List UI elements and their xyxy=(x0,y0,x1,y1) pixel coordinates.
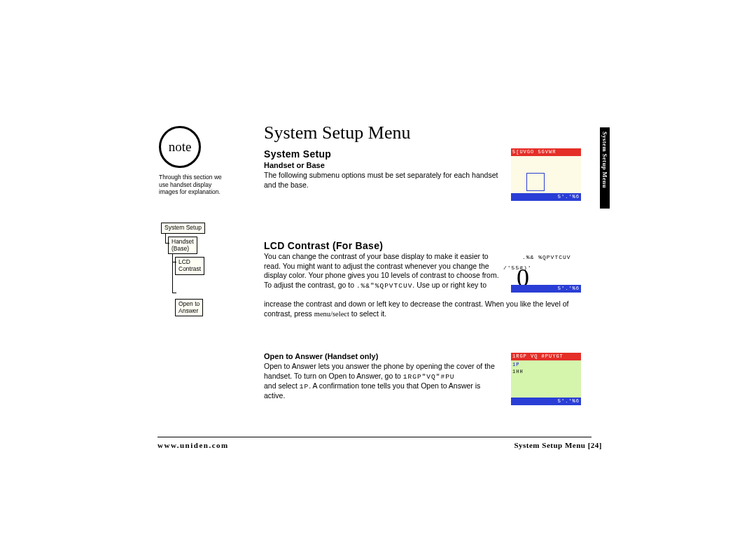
screen-header: 1RGP VQ #PUYGT xyxy=(511,353,581,360)
paragraph-lcd-contrast-b: increase the contrast and down or left k… xyxy=(264,300,589,318)
heading-open-to-answer: Open to Answer (Handset only) xyxy=(264,352,378,360)
code-run: 1RGP"VQ"#PU xyxy=(403,373,455,381)
tree-label: Answer xyxy=(178,307,198,314)
code-run: 1P xyxy=(300,383,309,391)
key-label: menu/select xyxy=(314,310,349,318)
tree-node-lcd-contrast: LCD Contrast xyxy=(175,257,204,275)
footer-url: www.uniden.com xyxy=(158,441,229,449)
heading-lcd-contrast: LCD Contrast (For Base) xyxy=(264,240,383,251)
menu-tree: System Setup Handset (Base) LCD Contrast… xyxy=(161,223,238,319)
text-run: to select it. xyxy=(349,309,386,318)
text-run: and select xyxy=(264,381,300,390)
tree-label: Contrast xyxy=(178,265,201,272)
screen-lcd-contrast: 5'.'%6 xyxy=(511,252,581,293)
paragraph-handset-base: The following submenu options must be se… xyxy=(264,171,502,190)
tree-label: (Base) xyxy=(172,245,189,252)
tree-node-system-setup: System Setup xyxy=(161,223,205,234)
screen-system-setup: 5[UVGO 5GVWR 5'.'%6 xyxy=(511,148,581,201)
screen-option-off: 1HH xyxy=(512,369,524,374)
note-icon: note xyxy=(159,126,201,168)
tree-label: Open to xyxy=(178,300,200,307)
paragraph-open-to-answer: Open to Answer lets you answer the phone… xyxy=(264,362,502,401)
code-run: .%&"%QPVTCUV xyxy=(356,282,412,290)
screen-footer: 5'.'%6 xyxy=(511,398,581,405)
tree-label: Handset xyxy=(172,238,194,245)
heading-handset-or-base: Handset or Base xyxy=(264,161,325,169)
paragraph-lcd-contrast-a: You can change the contrast of your base… xyxy=(264,252,502,290)
side-tab: System Setup Menu xyxy=(600,127,610,209)
text-run: . Use up or right key to xyxy=(412,281,486,289)
selection-box-icon xyxy=(526,173,545,191)
screen-footer: 5'.'%6 xyxy=(511,193,581,201)
manual-page: note Through this section we use handset… xyxy=(168,119,602,455)
text-run: Open to Answer lets you answer the phone… xyxy=(264,362,495,380)
screen-option-on: 1P xyxy=(512,362,519,367)
screen-footer: 5'.'%6 xyxy=(511,285,581,293)
note-caption: Through this section we use handset disp… xyxy=(159,174,229,196)
tree-label: LCD xyxy=(178,258,190,265)
tree-node-handset-base: Handset (Base) xyxy=(168,237,197,255)
text-run: increase the contrast and down or left k… xyxy=(264,300,568,318)
screen-body xyxy=(511,156,581,193)
heading-system-setup: System Setup xyxy=(264,148,331,160)
screen-header: 5[UVGO 5GVWR xyxy=(511,148,581,156)
footer-page-label: System Setup Menu [24] xyxy=(514,441,602,449)
screen-body: 1P 1HH xyxy=(511,360,581,398)
page-title: System Setup Menu xyxy=(264,122,410,143)
tree-node-open-to-answer: Open to Answer xyxy=(175,299,203,317)
screen-open-to-answer: 1RGP VQ #PUYGT 1P 1HH 5'.'%6 xyxy=(511,353,581,405)
footer-rule xyxy=(158,437,592,437)
